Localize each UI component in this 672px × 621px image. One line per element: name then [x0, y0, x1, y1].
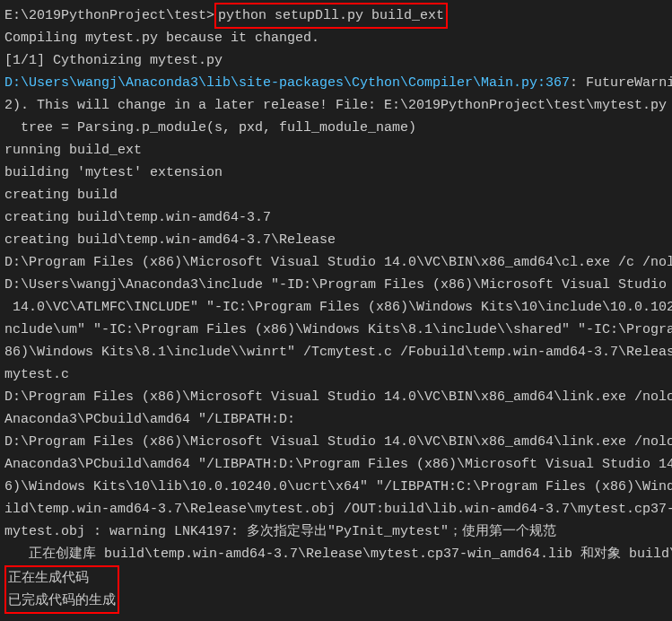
terminal-line: D:\Users\wangj\Anaconda3\include "-ID:\P… [4, 274, 668, 296]
status-highlight-block: 正在生成代码 已完成代码的生成 [4, 565, 119, 614]
terminal-line: creating build\temp.win-amd64-3.7\Releas… [4, 229, 668, 251]
terminal-line: D:\Users\wangj\Anaconda3\lib\site-packag… [4, 72, 668, 94]
status-line: 已完成代码的生成 [8, 590, 116, 612]
terminal-line: 2). This will change in a later release!… [4, 94, 668, 117]
terminal-line: tree = Parsing.p_module(s, pxd, full_mod… [4, 117, 668, 139]
terminal-line: running build_ext [4, 139, 668, 162]
prompt: E:\2019PythonProject\test> [4, 8, 214, 23]
terminal-line: creating build\temp.win-amd64-3.7 [4, 206, 668, 229]
terminal-line: mytest.obj : warning LNK4197: 多次指定导出"PyI… [4, 520, 668, 543]
terminal-line: creating build [4, 184, 668, 206]
terminal-line: Compiling mytest.py because it changed. [4, 27, 668, 49]
terminal-line: 14.0\VC\ATLMFC\INCLUDE" "-IC:\Program Fi… [4, 296, 668, 319]
terminal-line: [1/1] Cythonizing mytest.py [4, 49, 668, 72]
terminal-line: ild\temp.win-amd64-3.7\Release\mytest.ob… [4, 498, 668, 520]
terminal-line: D:\Program Files (x86)\Microsoft Visual … [4, 431, 668, 453]
command-highlight: python setupDll.py build_ext [214, 3, 448, 29]
terminal-line: nclude\um" "-IC:\Program Files (x86)\Win… [4, 319, 668, 341]
terminal-line: building 'mytest' extension [4, 162, 668, 184]
warning-text: : FutureWarning [570, 75, 672, 91]
terminal-line: Anaconda3\PCbuild\amd64 "/LIBPATH:D: [4, 408, 668, 431]
terminal-line: D:\Program Files (x86)\Microsoft Visual … [4, 386, 668, 408]
terminal-line: Anaconda3\PCbuild\amd64 "/LIBPATH:D:\Pro… [4, 453, 668, 476]
terminal-line: 86)\Windows Kits\8.1\include\\winrt" /Tc… [4, 341, 668, 363]
terminal-line: 正在创建库 build\temp.win-amd64-3.7\Release\m… [4, 543, 668, 565]
terminal-line: E:\2019PythonProject\test>python setupDl… [4, 4, 668, 27]
file-path-link[interactable]: D:\Users\wangj\Anaconda3\lib\site-packag… [4, 75, 570, 91]
status-line: 正在生成代码 [8, 567, 116, 590]
terminal-line: D:\Program Files (x86)\Microsoft Visual … [4, 251, 668, 274]
terminal-line: 6)\Windows Kits\10\lib\10.0.10240.0\ucrt… [4, 476, 668, 498]
terminal-line: mytest.c [4, 363, 668, 386]
